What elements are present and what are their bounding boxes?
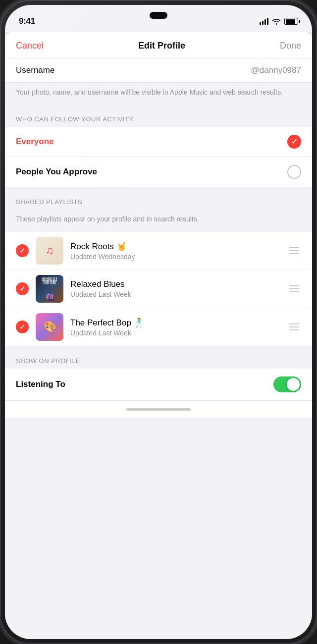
playlist-info-blues: Relaxed Blues Updated Last Week [70, 279, 280, 298]
listening-to-label: Listening To [16, 379, 65, 389]
everyone-label: Everyone [16, 137, 54, 147]
playlist-info-bop: The Perfect Bop 🕺 Updated Last Week [70, 318, 280, 337]
drag-handle-blues[interactable] [287, 283, 301, 294]
listening-to-toggle[interactable] [273, 376, 301, 392]
playlists-section-header: SHARED PLAYLISTS [5, 187, 312, 210]
playlist-info-rock: Rock Roots 🤘 Updated Wednesday [70, 241, 280, 261]
status-time: 9:41 [19, 16, 35, 26]
cancel-button[interactable]: Cancel [16, 41, 44, 51]
screen: 9:41 [5, 5, 312, 639]
phone-frame: 9:41 [0, 0, 317, 644]
music-note-icon: ♫ [46, 244, 54, 257]
playlist-name-blues: Relaxed Blues [70, 279, 280, 289]
playlist-row[interactable]: ♫ Rock Roots 🤘 Updated Wednesday [5, 232, 312, 270]
navigation-bar: Cancel Edit Profile Done [5, 32, 312, 58]
username-section: Username @danny0987 [5, 58, 312, 83]
playlist-check-rock[interactable] [16, 244, 29, 257]
drag-handle-bop[interactable] [287, 322, 301, 332]
done-button[interactable]: Done [280, 41, 301, 51]
wifi-icon [272, 18, 281, 25]
playlist-name-rock: Rock Roots 🤘 [70, 241, 280, 252]
follow-section-header: WHO CAN FOLLOW YOUR ACTIVITY [5, 105, 312, 127]
playlist-thumb-blues: HEAVEN IS AJUNKYARD 🌆 [36, 275, 63, 303]
username-row: Username @danny0987 [5, 58, 312, 83]
playlist-updated-bop: Updated Last Week [70, 329, 280, 337]
playlist-row[interactable]: HEAVEN IS AJUNKYARD 🌆 Relaxed Blues Upda… [5, 270, 312, 308]
everyone-radio-checked[interactable] [287, 135, 301, 149]
edit-profile-sheet[interactable]: Cancel Edit Profile Done Username @danny… [5, 32, 312, 639]
page-title: Edit Profile [138, 41, 185, 51]
everyone-option[interactable]: Everyone [5, 127, 312, 157]
status-bar: 9:41 [5, 5, 312, 32]
sheet-background: Cancel Edit Profile Done Username @danny… [5, 32, 312, 639]
username-label: Username [16, 65, 54, 75]
playlist-name-bop: The Perfect Bop 🕺 [70, 318, 280, 328]
show-on-profile-header: SHOW ON PROFILE [5, 346, 312, 369]
playlist-check-bop[interactable] [16, 321, 29, 333]
playlist-updated-blues: Updated Last Week [70, 290, 280, 298]
dynamic-island [150, 12, 167, 19]
home-bar [126, 408, 191, 411]
approve-label: People You Approve [16, 167, 97, 177]
status-icons [260, 18, 298, 25]
signal-icon [260, 18, 268, 25]
home-indicator [5, 401, 312, 418]
profile-hint: Your photo, name, and username will be v… [5, 83, 312, 105]
playlist-thumb-bop: 🎨 [36, 313, 63, 341]
playlists-hint: These playlists appear on your profile a… [5, 210, 312, 232]
playlist-row[interactable]: 🎨 The Perfect Bop 🕺 Updated Last Week [5, 308, 312, 346]
drag-handle-rock[interactable] [287, 245, 301, 256]
battery-icon [284, 18, 298, 25]
playlist-updated-rock: Updated Wednesday [70, 253, 280, 261]
playlist-thumb-rock: ♫ [36, 237, 63, 265]
approve-option[interactable]: People You Approve [5, 157, 312, 187]
playlist-check-blues[interactable] [16, 282, 29, 295]
approve-radio-unchecked[interactable] [287, 165, 301, 179]
username-value: @danny0987 [251, 65, 301, 75]
listening-to-row[interactable]: Listening To [5, 369, 312, 401]
